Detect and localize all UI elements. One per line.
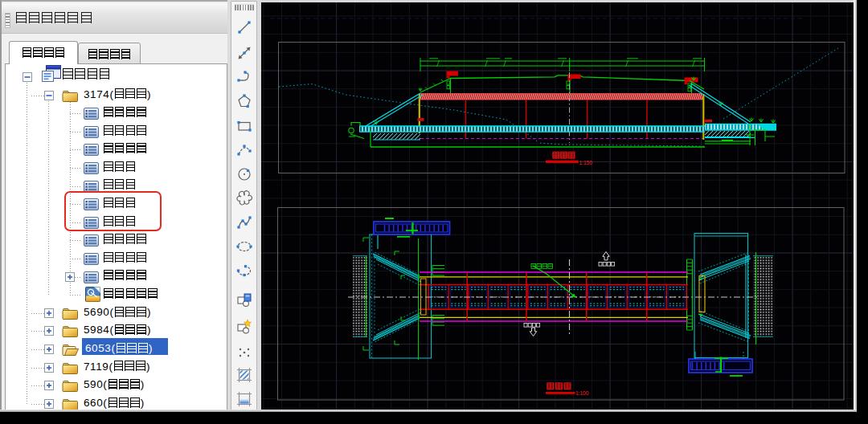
svg-text:1:100: 1:100 (575, 390, 589, 396)
svg-text:1:150: 1:150 (579, 160, 593, 165)
